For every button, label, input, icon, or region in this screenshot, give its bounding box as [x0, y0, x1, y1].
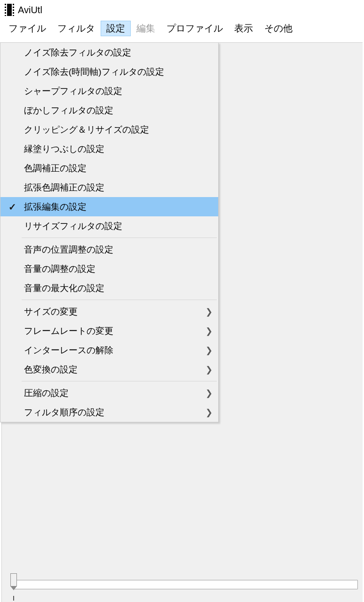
menuitem-compression[interactable]: 圧縮の設定 ❯	[0, 383, 218, 403]
menuitem-label: 色変換の設定	[24, 364, 198, 376]
menuitem-framerate-change[interactable]: フレームレートの変更 ❯	[0, 321, 218, 341]
menu-separator	[22, 300, 217, 300]
menuitem-clip-resize[interactable]: クリッピング＆リサイズの設定	[0, 120, 218, 139]
menuitem-label: 音声の位置調整の設定	[24, 244, 198, 256]
menuitem-label: 圧縮の設定	[24, 387, 198, 399]
menuitem-label: リサイズフィルタの設定	[24, 220, 198, 232]
menu-edit[interactable]: 編集	[131, 21, 161, 36]
menuitem-label: シャープフィルタの設定	[24, 85, 198, 97]
menu-other[interactable]: その他	[259, 21, 298, 36]
menuitem-volume-max[interactable]: 音量の最大化の設定	[0, 278, 218, 298]
menuitem-label: ノイズ除去フィルタの設定	[24, 47, 198, 59]
menuitem-resize-filter[interactable]: リサイズフィルタの設定	[0, 216, 218, 236]
menuitem-label: 色調補正の設定	[24, 162, 198, 174]
menuitem-label: 音量の調整の設定	[24, 263, 198, 275]
menuitem-label: 拡張編集の設定	[24, 201, 198, 213]
menuitem-label: クリッピング＆リサイズの設定	[24, 124, 198, 136]
menuitem-deinterlace[interactable]: インターレースの解除 ❯	[0, 341, 218, 360]
menuitem-label: ぼかしフィルタの設定	[24, 104, 198, 117]
slider-track[interactable]	[13, 580, 358, 589]
menuitem-label: ノイズ除去(時間軸)フィルタの設定	[24, 66, 198, 78]
titlebar: AviUtl	[0, 0, 364, 19]
menuitem-label: 縁塗りつぶしの設定	[24, 143, 198, 155]
submenu-arrow-icon: ❯	[198, 364, 213, 375]
menuitem-blur-filter[interactable]: ぼかしフィルタの設定	[0, 101, 218, 120]
menuitem-label: フィルタ順序の設定	[24, 406, 198, 419]
app-icon	[5, 4, 14, 16]
app-title: AviUtl	[18, 5, 42, 16]
submenu-arrow-icon: ❯	[198, 326, 213, 336]
timeline-slider[interactable]	[10, 571, 358, 590]
menuitem-audio-position[interactable]: 音声の位置調整の設定	[0, 240, 218, 259]
submenu-arrow-icon: ❯	[198, 407, 213, 418]
menu-profile[interactable]: プロファイル	[161, 21, 229, 36]
menu-separator	[22, 381, 217, 381]
menuitem-label: 音量の最大化の設定	[24, 282, 198, 294]
menu-view[interactable]: 表示	[229, 21, 259, 36]
menuitem-ext-color-correction[interactable]: 拡張色調補正の設定	[0, 178, 218, 197]
menuitem-label: 拡張色調補正の設定	[24, 182, 198, 194]
menuitem-label: サイズの変更	[24, 306, 198, 318]
check-icon: ✓	[8, 201, 16, 213]
settings-dropdown: ノイズ除去フィルタの設定 ノイズ除去(時間軸)フィルタの設定 シャープフィルタの…	[0, 42, 219, 422]
menubar: ファイル フィルタ 設定 編集 プロファイル 表示 その他	[0, 19, 364, 38]
slider-tick	[13, 596, 14, 601]
slider-thumb[interactable]	[10, 573, 17, 586]
submenu-arrow-icon: ❯	[198, 307, 213, 317]
menu-filter[interactable]: フィルタ	[52, 21, 101, 36]
menuitem-ext-editing[interactable]: ✓ 拡張編集の設定	[0, 197, 218, 216]
menuitem-color-convert[interactable]: 色変換の設定 ❯	[0, 360, 218, 379]
menuitem-volume-adjust[interactable]: 音量の調整の設定	[0, 259, 218, 278]
menuitem-noise-time-filter[interactable]: ノイズ除去(時間軸)フィルタの設定	[0, 62, 218, 81]
menuitem-filter-order[interactable]: フィルタ順序の設定 ❯	[0, 403, 218, 422]
menu-file[interactable]: ファイル	[3, 21, 52, 36]
menu-settings[interactable]: 設定	[101, 21, 131, 36]
submenu-arrow-icon: ❯	[198, 345, 213, 356]
menuitem-color-correction[interactable]: 色調補正の設定	[0, 158, 218, 178]
menuitem-noise-filter[interactable]: ノイズ除去フィルタの設定	[0, 43, 218, 62]
submenu-arrow-icon: ❯	[198, 388, 213, 398]
menuitem-border-fill[interactable]: 縁塗りつぶしの設定	[0, 139, 218, 158]
menuitem-label: インターレースの解除	[24, 344, 198, 356]
menuitem-size-change[interactable]: サイズの変更 ❯	[0, 302, 218, 321]
menuitem-sharp-filter[interactable]: シャープフィルタの設定	[0, 81, 218, 101]
menuitem-label: フレームレートの変更	[24, 325, 198, 337]
menu-separator	[22, 238, 217, 238]
